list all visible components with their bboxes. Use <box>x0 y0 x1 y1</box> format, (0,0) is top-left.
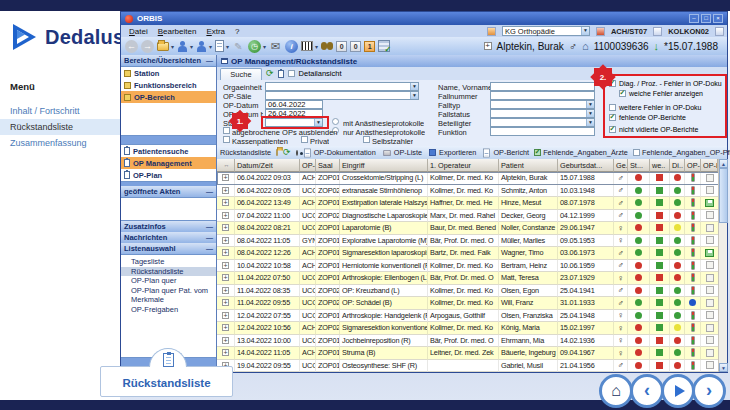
toggle-checkbox[interactable] <box>633 149 640 156</box>
expander-cell[interactable]: + <box>217 272 235 285</box>
collapse-icon[interactable]: — <box>206 245 213 252</box>
header-zusatzinfos[interactable]: Zusatzinfos— <box>121 221 216 232</box>
chevron-down-icon[interactable]: ▾ <box>226 43 229 50</box>
nav-forward-icon[interactable]: → <box>141 40 154 53</box>
report-checkbox[interactable] <box>706 236 714 244</box>
report-checkbox[interactable] <box>706 224 714 232</box>
contacts-icon[interactable] <box>177 41 188 52</box>
report-checkbox[interactable] <box>706 186 714 194</box>
table-row[interactable]: +08.04.2022 08:21UCOZOP01Laparotomie (B)… <box>217 222 719 235</box>
sidebar-item-zusammenfassung[interactable]: Zusammenfassung <box>0 135 120 151</box>
table-row[interactable]: +12.04.2022 10:56ACHZOP02Sigmaresektion … <box>217 322 719 335</box>
report-checkbox[interactable] <box>706 261 714 269</box>
bottom-tab-card[interactable]: Rückstandsliste <box>100 366 233 397</box>
table-row[interactable]: +06.04.2022 09:05UCOZOP02extranasale Sti… <box>217 185 719 198</box>
error-filter-checkbox[interactable] <box>619 90 626 97</box>
close-icon[interactable]: × <box>713 14 723 23</box>
field-fallnummer[interactable] <box>490 91 595 100</box>
field-falltyp[interactable]: ▼ <box>490 100 595 109</box>
menu-datei[interactable]: Datei <box>124 27 153 36</box>
expand-row-icon[interactable]: + <box>222 349 229 356</box>
field-fallstatus[interactable]: ▼ <box>490 109 595 118</box>
op-bericht-cell[interactable] <box>701 260 718 273</box>
clock-icon[interactable]: ◷ <box>248 40 261 53</box>
report-checkbox[interactable] <box>706 324 714 332</box>
expander-cell[interactable]: + <box>217 285 235 298</box>
expand-row-icon[interactable]: + <box>222 174 229 181</box>
detail-view-checkbox[interactable] <box>288 70 295 77</box>
table-row[interactable]: +06.04.2022 09:03ACHZOP01Crossektomie/St… <box>217 172 719 185</box>
column-header-di[interactable]: Di.. <box>670 159 685 172</box>
expander-cell[interactable]: + <box>217 322 235 335</box>
sidebar-item-patientensuche[interactable]: Patientensuche <box>121 145 216 157</box>
table-row[interactable]: +12.04.2022 07:55UCOZOP01Arthroskopie: H… <box>217 310 719 323</box>
folder-open-icon[interactable] <box>157 42 169 51</box>
sidebar-item-r-ckstandsliste[interactable]: Rückstandsliste <box>0 119 120 135</box>
chevron-down-icon[interactable]: ▼ <box>410 83 418 90</box>
table-row[interactable]: +06.04.2022 13:49ACHZOP01Exstirpation la… <box>217 197 719 210</box>
error-filter-checkbox[interactable] <box>609 126 616 133</box>
op-bericht-cell[interactable] <box>701 197 718 210</box>
expand-patient-icon[interactable]: + <box>484 42 492 50</box>
chevron-down-icon[interactable]: ▾ <box>171 43 174 50</box>
expander-cell[interactable]: + <box>217 197 235 210</box>
expander-cell[interactable]: + <box>217 185 235 198</box>
collapse-icon[interactable]: — <box>206 234 213 241</box>
checkbox-selbstzahler[interactable] <box>363 136 370 143</box>
reload-list-icon[interactable]: ⟳ <box>283 147 291 157</box>
nav-back-icon[interactable]: ← <box>125 40 138 53</box>
new-document-icon[interactable] <box>215 40 224 52</box>
chevron-down-icon[interactable]: ▼ <box>586 101 594 108</box>
op-bericht-cell[interactable] <box>701 360 718 373</box>
tab-suche[interactable]: Suche <box>220 68 262 80</box>
table-row[interactable]: +13.04.2022 10:00UCOZOP01Jochbeinreposit… <box>217 335 719 348</box>
info-icon[interactable]: i <box>285 40 298 53</box>
table-scrollbar[interactable]: ▲ ▼ <box>718 159 727 372</box>
chevron-down-icon[interactable]: ▼ <box>586 110 594 117</box>
checkbox-privat[interactable] <box>301 136 308 143</box>
menu-help[interactable]: ? <box>230 27 244 36</box>
op-bericht-cell[interactable] <box>701 272 718 285</box>
sidebar-item-funktionsbereich[interactable]: Funktionsbereich <box>121 79 216 91</box>
eye-icon[interactable] <box>296 150 298 156</box>
chevron-down-icon[interactable]: ▼ <box>410 92 418 99</box>
op-liste-button[interactable]: OP-Liste <box>382 148 422 157</box>
maximize-icon[interactable]: □ <box>701 14 711 23</box>
counter-button-1[interactable]: 0 <box>350 41 361 52</box>
report-checkbox[interactable] <box>706 286 714 294</box>
op-bericht-cell[interactable] <box>701 172 718 185</box>
report-checkbox[interactable] <box>706 361 714 369</box>
expander-cell[interactable]: + <box>217 210 235 223</box>
column-header-ge[interactable]: Ge. <box>614 159 628 172</box>
field-op-s-le[interactable]: ▼ <box>265 91 419 100</box>
toggle-checkbox[interactable] <box>534 149 541 156</box>
column-header-we[interactable]: we.. <box>650 159 670 172</box>
expand-row-icon[interactable]: + <box>222 312 229 319</box>
table-row[interactable]: +11.04.2022 09:55UCOZOP02OP: Schädel (B)… <box>217 297 719 310</box>
minimize-icon[interactable]: – <box>689 14 699 23</box>
open-list-icon[interactable] <box>276 149 278 156</box>
expand-row-icon[interactable]: + <box>222 187 229 194</box>
column-header-1operateur[interactable]: 1. Operateur <box>428 159 499 172</box>
expander-cell[interactable]: + <box>217 347 235 360</box>
sidebar-item-station[interactable]: Station <box>121 67 216 79</box>
counter-button-2[interactable]: 1 <box>364 41 375 52</box>
sidebar-item-inhalt-fortschritt[interactable]: Inhalt / Fortschritt <box>0 103 120 119</box>
sidebar-item-op-bereich[interactable]: OP-Bereich <box>121 91 216 103</box>
column-header-geburtsdat[interactable]: Geburtsdat... <box>558 159 614 172</box>
table-row[interactable]: +08.04.2022 11:05GYNZOP01Explorative Lap… <box>217 235 719 248</box>
menu-bearbeiten[interactable]: Bearbeiten <box>153 27 202 36</box>
op-bericht-cell[interactable] <box>701 335 718 348</box>
chevron-down-icon[interactable]: ▾ <box>190 43 193 50</box>
expander-cell[interactable]: + <box>217 297 235 310</box>
column-header-patient[interactable]: Patient <box>499 159 558 172</box>
collapse-icon[interactable]: — <box>206 188 213 195</box>
session-icon[interactable] <box>715 27 724 36</box>
column-header-ops[interactable]: OP-S <box>685 159 701 172</box>
expander-cell[interactable]: + <box>217 222 235 235</box>
areas-header[interactable]: Bereiche/Übersichten— <box>121 55 216 66</box>
scroll-up-icon[interactable]: ▲ <box>719 159 728 168</box>
op-bericht-button[interactable]: OP-Bericht <box>482 147 529 159</box>
expand-row-icon[interactable]: + <box>222 199 229 206</box>
header-listenauswahl[interactable]: Listenauswahl— <box>121 243 216 254</box>
